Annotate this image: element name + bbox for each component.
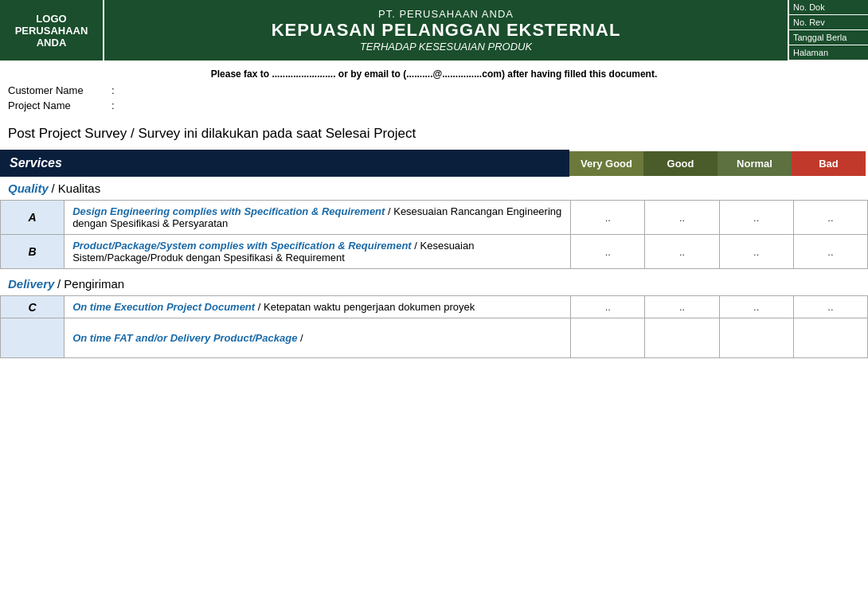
item-title-b: Product/Package/System complies with Spe… [72,240,412,252]
row-letter-c: C [1,296,65,318]
subtitle: TERHADAP KESESUAIAN PRODUK [111,41,781,53]
rating-vg-d [571,318,645,358]
rating-n-d [719,318,793,358]
page-label: Halaman [789,45,868,61]
bad-header: Bad [792,151,866,176]
rating-g-b: .. [645,235,719,269]
services-label: Services [0,150,569,177]
project-label: Project Name [8,100,111,111]
rating-header-row: Very Good Good Normal Bad [569,151,868,176]
fax-line: Please fax to ........................ o… [8,65,860,83]
header-table: LOGO PERUSAHAAN ANDA PT. PERUSAHAAN ANDA… [0,0,868,61]
main-title: KEPUASAN PELANGGAN EKSTERNAL [111,20,781,41]
rev-number-label: No. Rev [789,15,868,30]
survey-heading: Post Project Survey / Survey ini dilakuk… [0,118,868,146]
delivery-italic: Delivery [8,277,54,291]
rating-g-d [645,318,719,358]
project-field: Project Name : [8,98,860,113]
table-row: B Product/Package/System complies with S… [1,235,868,269]
rating-b-b: .. [793,235,867,269]
rating-b-d [793,318,867,358]
rating-headers: Very Good Good Normal Bad [569,150,868,177]
row-content-d: On time FAT and/or Delivery Product/Pack… [65,318,571,358]
rating-vg-c: .. [571,296,645,318]
rating-vg-a: .. [571,201,645,235]
rating-n-c: .. [719,296,793,318]
row-content-a: Design Engineering complies with Specifi… [65,201,571,235]
normal-header: Normal [717,151,792,176]
row-letter-b: B [1,235,65,269]
customer-field: Customer Name : [8,83,860,98]
rating-b-c: .. [793,296,867,318]
customer-label: Customer Name [8,84,111,96]
rating-g-c: .. [645,296,719,318]
logo-cell: LOGO PERUSAHAAN ANDA [0,0,104,61]
info-section: Please fax to ........................ o… [0,61,868,118]
row-content-b: Product/Package/System complies with Spe… [65,235,571,269]
rating-n-a: .. [719,201,793,235]
header-right: No. Dok No. Rev Tanggal Berla Halaman [788,0,868,61]
item-desc-d: / [300,332,303,344]
project-colon: : [111,100,115,111]
quality-italic: Quality [8,182,49,195]
row-letter-d [1,318,65,358]
item-title-c: On time Execution Project Document [72,301,255,313]
header-center: PT. PERUSAHAAN ANDA KEPUASAN PELANGGAN E… [104,0,788,61]
row-content-c: On time Execution Project Document / Ket… [65,296,571,318]
rating-g-a: .. [645,201,719,235]
rating-vg-b: .. [571,235,645,269]
rating-n-b: .. [719,235,793,269]
row-letter-a: A [1,201,65,235]
item-title-a: Design Engineering complies with Specifi… [72,205,385,217]
item-title-d: On time FAT and/or Delivery Product/Pack… [72,332,297,344]
date-label: Tanggal Berla [789,30,868,45]
logo-text: LOGO PERUSAHAAN ANDA [15,13,88,49]
item-desc-c: / Ketepatan waktu pengerjaan dokumen pro… [258,301,475,313]
table-row: C On time Execution Project Document / K… [1,296,868,318]
quality-section-heading: Quality / Kualitas [0,177,868,200]
very-good-header: Very Good [569,151,643,176]
table-row: A Design Engineering complies with Speci… [1,201,868,235]
survey-italic: Post Project Survey [8,126,127,141]
services-text: Services [10,156,62,170]
doc-number-label: No. Dok [789,0,868,15]
quality-table: A Design Engineering complies with Speci… [0,200,868,269]
delivery-table: C On time Execution Project Document / K… [0,295,868,358]
delivery-section-heading: Delivery / Pengiriman [0,272,868,295]
services-header-table: Services Very Good Good Normal Bad [0,150,868,177]
rating-b-a: .. [793,201,867,235]
customer-colon: : [111,84,115,96]
table-row: On time FAT and/or Delivery Product/Pack… [1,318,868,358]
quality-normal: / Kualitas [51,182,100,195]
company-name: PT. PERUSAHAAN ANDA [111,8,781,20]
delivery-normal: / Pengiriman [57,277,124,291]
good-header: Good [643,151,717,176]
survey-normal: / Survey ini dilakukan pada saat Selesai… [131,126,416,141]
